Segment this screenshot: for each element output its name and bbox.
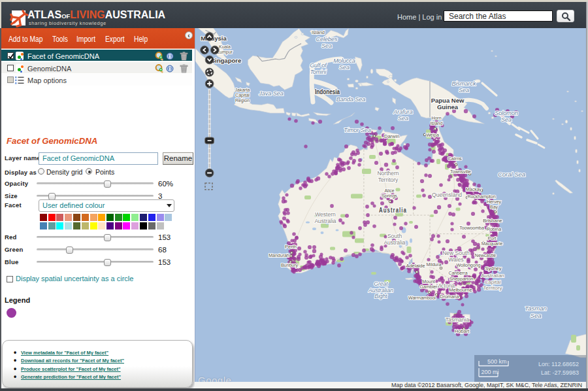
svg-text:Lat: -27.59983: Lat: -27.59983 [541,369,579,376]
svg-text:200 mi: 200 mi [482,369,499,375]
svg-text:500 km: 500 km [487,358,507,365]
svg-text:Lon: 112.68652: Lon: 112.68652 [538,361,579,367]
